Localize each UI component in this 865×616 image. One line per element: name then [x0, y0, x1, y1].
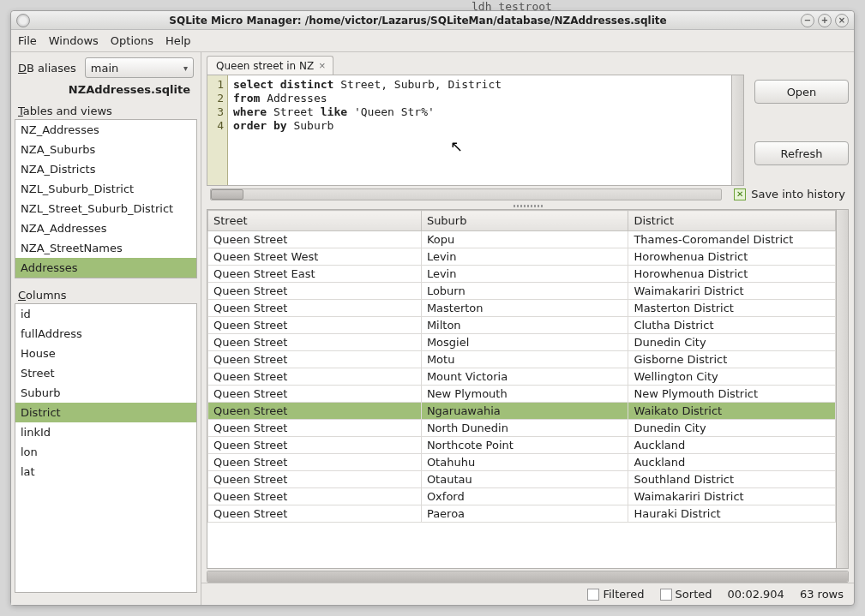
db-alias-combo[interactable]: main ▾ — [85, 57, 194, 78]
table-cell[interactable]: North Dunedin — [421, 420, 628, 437]
menu-file[interactable]: File — [18, 34, 37, 47]
column-item[interactable]: linkId — [15, 422, 196, 442]
table-cell[interactable]: Horowhenua District — [628, 266, 836, 283]
column-item[interactable]: lon — [15, 442, 196, 462]
editor-code[interactable]: select distinct Street, Suburb, District… — [228, 75, 731, 185]
columns-listbox[interactable]: idfullAddressHouseStreetSuburbDistrictli… — [15, 303, 197, 593]
table-cell[interactable]: Loburn — [421, 283, 628, 300]
sql-editor[interactable]: 1234 select distinct Street, Suburb, Dis… — [207, 75, 744, 186]
table-cell[interactable]: Ngaruawahia — [421, 403, 628, 420]
table-cell[interactable]: Milton — [421, 317, 628, 334]
editor-vertical-scrollbar[interactable] — [731, 75, 743, 185]
table-cell[interactable]: New Plymouth District — [628, 386, 836, 403]
table-item[interactable]: Addresses — [15, 258, 196, 278]
table-row[interactable]: Queen StreetMotuGisborne District — [208, 351, 836, 368]
column-item[interactable]: Suburb — [15, 383, 196, 403]
table-cell[interactable]: Dunedin City — [628, 420, 836, 437]
table-item[interactable]: NZA_StreetNames — [15, 238, 196, 258]
maximize-button[interactable]: + — [818, 14, 832, 27]
menu-options[interactable]: Options — [111, 34, 153, 47]
table-cell[interactable]: Auckland — [628, 437, 836, 454]
table-cell[interactable]: Waimakariri District — [628, 488, 836, 505]
sorted-checkbox[interactable]: Sorted — [660, 588, 712, 601]
scrollbar-thumb[interactable] — [211, 189, 243, 200]
minimize-button[interactable]: − — [801, 14, 814, 27]
table-cell[interactable]: Queen Street — [208, 420, 422, 437]
table-row[interactable]: Queen Street WestLevinHorowhenua Distric… — [208, 248, 836, 266]
table-item[interactable]: NZA_Districts — [15, 159, 196, 179]
table-cell[interactable]: Mount Victoria — [421, 368, 628, 386]
table-row[interactable]: Queen StreetMiltonClutha District — [208, 317, 836, 334]
table-cell[interactable]: Levin — [421, 266, 628, 283]
filtered-checkbox[interactable]: Filtered — [587, 588, 644, 601]
table-row[interactable]: Queen StreetOtautauSouthland District — [208, 471, 836, 488]
table-cell[interactable]: Queen Street — [208, 334, 422, 351]
table-row[interactable]: Queen StreetLoburnWaimakariri District — [208, 283, 836, 300]
table-cell[interactable]: Queen Street — [208, 454, 422, 471]
column-header[interactable]: Suburb — [421, 211, 628, 231]
table-cell[interactable]: Levin — [421, 248, 628, 266]
table-cell[interactable]: Southland District — [628, 471, 836, 488]
menu-help[interactable]: Help — [165, 34, 191, 47]
table-item[interactable]: NZ_Addresses — [15, 120, 196, 140]
table-cell[interactable]: Queen Street — [208, 231, 422, 248]
table-cell[interactable]: Dunedin City — [628, 334, 836, 351]
table-cell[interactable]: Gisborne District — [628, 351, 836, 368]
table-item[interactable]: NZL_Street_Suburb_District — [15, 199, 196, 218]
table-cell[interactable]: Masterton District — [628, 300, 836, 317]
table-cell[interactable]: Hauraki District — [628, 505, 836, 523]
table-cell[interactable]: Otautau — [421, 471, 628, 488]
menu-windows[interactable]: Windows — [49, 34, 99, 47]
table-cell[interactable]: Queen Street — [208, 317, 422, 334]
table-cell[interactable]: Queen Street — [208, 437, 422, 454]
table-row[interactable]: Queen StreetNorthcote PointAuckland — [208, 437, 836, 454]
table-cell[interactable]: Queen Street — [208, 488, 422, 505]
table-item[interactable]: NZL_Suburb_District — [15, 179, 196, 199]
table-row[interactable]: Queen Street EastLevinHorowhenua Distric… — [208, 266, 836, 283]
column-item[interactable]: District — [15, 403, 196, 422]
horizontal-splitter[interactable] — [201, 202, 854, 209]
table-cell[interactable]: Queen Street — [208, 300, 422, 317]
table-row[interactable]: Queen StreetNorth DunedinDunedin City — [208, 420, 836, 437]
editor-horizontal-scrollbar[interactable] — [210, 188, 722, 200]
table-cell[interactable]: Thames-Coromandel District — [628, 231, 836, 248]
table-item[interactable]: NZA_Suburbs — [15, 140, 196, 159]
table-cell[interactable]: Waimakariri District — [628, 283, 836, 300]
open-button[interactable]: Open — [754, 80, 849, 104]
table-cell[interactable]: Queen Street — [208, 505, 422, 523]
table-cell[interactable]: Horowhenua District — [628, 248, 836, 266]
close-tab-icon[interactable]: × — [319, 59, 326, 72]
table-row[interactable]: Queen StreetMosgielDunedin City — [208, 334, 836, 351]
table-cell[interactable]: Queen Street — [208, 386, 422, 403]
table-cell[interactable]: Clutha District — [628, 317, 836, 334]
column-item[interactable]: House — [15, 344, 196, 363]
column-item[interactable]: fullAddress — [15, 324, 196, 344]
column-header[interactable]: Street — [208, 211, 422, 231]
table-cell[interactable]: Paeroa — [421, 505, 628, 523]
column-item[interactable]: Street — [15, 363, 196, 383]
table-cell[interactable]: Wellington City — [628, 368, 836, 386]
table-cell[interactable]: New Plymouth — [421, 386, 628, 403]
refresh-button[interactable]: Refresh — [754, 141, 849, 165]
table-row[interactable]: Queen StreetPaeroaHauraki District — [208, 505, 836, 523]
table-row[interactable]: Queen StreetOxfordWaimakariri District — [208, 488, 836, 505]
table-cell[interactable]: Queen Street — [208, 403, 422, 420]
scrollbar-thumb[interactable] — [207, 571, 848, 582]
column-item[interactable]: lat — [15, 462, 196, 481]
close-window-button[interactable]: × — [835, 14, 849, 27]
table-cell[interactable]: Queen Street — [208, 283, 422, 300]
table-cell[interactable]: Queen Street West — [208, 248, 422, 266]
table-cell[interactable]: Auckland — [628, 454, 836, 471]
table-cell[interactable]: Northcote Point — [421, 437, 628, 454]
table-row[interactable]: Queen StreetNew PlymouthNew Plymouth Dis… — [208, 386, 836, 403]
grid-vertical-scrollbar[interactable] — [836, 210, 848, 568]
table-item[interactable]: NZA_Addresses — [15, 218, 196, 238]
table-row[interactable]: Queen StreetNgaruawahiaWaikato District — [208, 403, 836, 420]
table-cell[interactable]: Masterton — [421, 300, 628, 317]
table-cell[interactable]: Motu — [421, 351, 628, 368]
save-into-history-checkbox[interactable]: ✕ Save into history — [734, 188, 845, 200]
tables-listbox[interactable]: NZ_AddressesNZA_SuburbsNZA_DistrictsNZL_… — [15, 119, 197, 278]
table-cell[interactable]: Mosgiel — [421, 334, 628, 351]
table-cell[interactable]: Queen Street — [208, 368, 422, 386]
table-row[interactable]: Queen StreetOtahuhuAuckland — [208, 454, 836, 471]
